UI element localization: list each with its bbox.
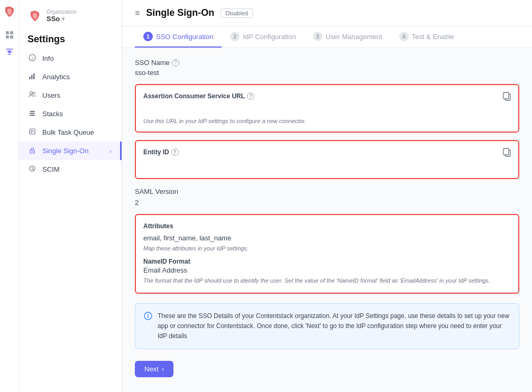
attributes-value: email, first_name, last_name [143, 234, 511, 242]
svg-rect-1 [10, 31, 13, 34]
svg-rect-22 [503, 148, 509, 155]
org-chevron: ▾ [62, 16, 65, 22]
filter-icon[interactable] [2, 44, 17, 59]
svg-rect-2 [6, 35, 9, 39]
tab-idp-configuration[interactable]: 2 IdP Configuration [222, 26, 304, 48]
svg-text:i: i [148, 313, 149, 319]
icon-rail [0, 0, 19, 392]
sidebar-item-stacks-label: Stacks [42, 110, 63, 118]
tab-3-label: User Management [326, 33, 382, 41]
entity-id-copy-button[interactable] [502, 147, 512, 159]
next-chevron: › [162, 365, 164, 373]
tab-2-label: IdP Configuration [243, 33, 296, 41]
sso-name-field: SSO Name ? sso-test [135, 59, 519, 77]
sidebar-title: Settings [19, 27, 122, 49]
tab-2-number: 2 [230, 32, 240, 41]
entity-id-value [143, 160, 511, 171]
nameid-helper: The format that the IdP should use to id… [143, 276, 511, 285]
acs-url-box: Assertion Consumer Service URL ? Use thi… [135, 84, 519, 133]
next-button[interactable]: Next › [135, 361, 173, 377]
svg-point-17 [32, 151, 33, 152]
sidebar-item-stacks[interactable]: Stacks [19, 105, 122, 123]
main-content: ≡ Single Sign-On Disabled 1 SSO Configur… [122, 0, 532, 392]
svg-rect-12 [30, 111, 35, 112]
saml-version-label: SAML Version [135, 188, 519, 195]
sidebar-item-scim[interactable]: SCIM [19, 160, 122, 179]
stacks-icon [27, 109, 37, 118]
tab-sso-configuration[interactable]: 1 SSO Configuration [135, 26, 222, 48]
svg-point-10 [30, 92, 33, 95]
sidebar-nav: i Info Analytics Users Stacks B [19, 49, 122, 392]
grid-icon[interactable] [2, 27, 17, 42]
acs-url-copy-button[interactable] [502, 91, 512, 103]
org-selector[interactable]: Organization SSo ▾ [19, 0, 122, 27]
tab-test-enable[interactable]: 4 Test & Enable [391, 26, 463, 48]
sidebar-item-bulk-task-queue[interactable]: Bulk Task Queue [19, 123, 122, 142]
svg-rect-14 [30, 115, 35, 116]
tabs-bar: 1 SSO Configuration 2 IdP Configuration … [122, 26, 532, 48]
sidebar-item-sso[interactable]: Single Sign-On › [19, 142, 122, 160]
sso-icon [27, 146, 37, 155]
scim-icon [27, 165, 37, 174]
nameid-format-value: Email Address [143, 266, 511, 274]
sidebar-item-users[interactable]: Users [19, 86, 122, 105]
svg-rect-7 [29, 77, 31, 79]
sidebar-item-analytics-label: Analytics [42, 73, 70, 81]
page-title: Single Sign-On [146, 7, 214, 18]
entity-id-label: Entity ID ? [143, 148, 511, 156]
status-badge: Disabled [221, 8, 253, 18]
sidebar: Organization SSo ▾ Settings i Info Analy… [19, 0, 122, 392]
tab-user-management[interactable]: 3 User Management [305, 26, 391, 48]
svg-rect-3 [10, 35, 13, 39]
svg-rect-20 [503, 92, 509, 99]
main-header: ≡ Single Sign-On Disabled [122, 0, 532, 26]
org-label: Organization [47, 9, 77, 15]
bulk-task-icon [27, 128, 37, 137]
sso-content: SSO Name ? sso-test Assertion Consumer S… [122, 48, 532, 388]
attributes-label: Attributes [143, 222, 511, 230]
attributes-box: Attributes email, first_name, last_name … [135, 214, 519, 294]
acs-url-helper: Use this URL in your IdP settings to con… [143, 118, 511, 124]
sso-chevron: › [109, 148, 112, 154]
sidebar-item-bulk-label: Bulk Task Queue [42, 128, 94, 136]
tab-1-number: 1 [143, 32, 153, 41]
sidebar-item-info-label: Info [42, 54, 54, 62]
saml-version-value: 2 [135, 199, 519, 207]
tab-3-number: 3 [313, 32, 323, 41]
tab-1-label: SSO Configuration [156, 33, 213, 41]
svg-rect-8 [31, 75, 33, 79]
info-icon: i [27, 54, 37, 63]
saml-version-field: SAML Version 2 [135, 188, 519, 207]
info-box-text: These are the SSO Details of your Conten… [158, 311, 510, 342]
nameid-format-label: NameID Format [143, 258, 511, 265]
acs-url-help-icon[interactable]: ? [247, 92, 254, 100]
svg-text:i: i [32, 55, 33, 61]
app-logo [2, 4, 17, 19]
tab-4-label: Test & Enable [412, 33, 454, 41]
tab-4-number: 4 [399, 32, 409, 41]
svg-rect-9 [33, 73, 35, 79]
sso-name-label: SSO Name ? [135, 59, 519, 67]
acs-url-label: Assertion Consumer Service URL ? [143, 92, 511, 100]
info-box-icon: i [144, 312, 152, 322]
attributes-helper: Map these attributes in your IdP setting… [143, 245, 511, 251]
sso-name-help-icon[interactable]: ? [172, 59, 179, 67]
sso-name-value: sso-test [135, 69, 519, 77]
svg-rect-13 [30, 113, 35, 114]
entity-id-box: Entity ID ? [135, 140, 519, 179]
entity-id-help-icon[interactable]: ? [171, 148, 179, 156]
next-button-container: Next › [135, 357, 519, 377]
sidebar-item-users-label: Users [42, 91, 60, 99]
sidebar-item-info[interactable]: i Info [19, 49, 122, 68]
users-icon [27, 91, 37, 100]
acs-url-value [143, 104, 511, 115]
menu-icon[interactable]: ≡ [135, 8, 140, 18]
info-box: i These are the SSO Details of your Cont… [135, 303, 519, 350]
org-name: SSo ▾ [47, 15, 77, 23]
svg-point-11 [33, 92, 35, 95]
svg-rect-0 [6, 31, 9, 34]
analytics-icon [27, 72, 37, 81]
sidebar-item-analytics[interactable]: Analytics [19, 68, 122, 86]
sidebar-item-sso-label: Single Sign-On [42, 147, 88, 155]
sidebar-item-scim-label: SCIM [42, 165, 60, 173]
